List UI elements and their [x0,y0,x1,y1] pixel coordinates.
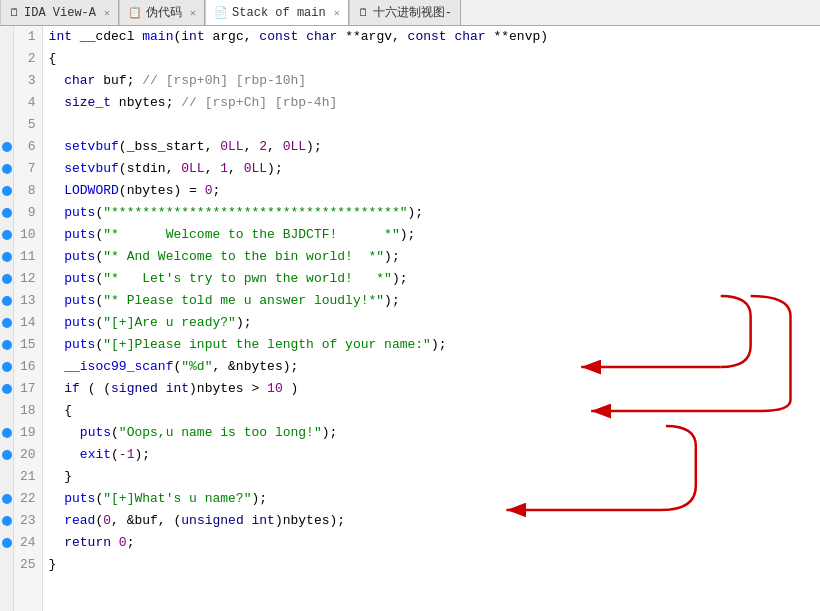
tab-icon-pseudo: 📋 [128,6,142,19]
bp-6 [0,136,13,158]
dot-23 [2,516,12,526]
code-line-5 [49,114,820,136]
bp-8 [0,180,13,202]
tab-label-ida: IDA View-A [24,6,96,20]
dot-20 [2,450,12,460]
bp-16 [0,356,13,378]
tab-ida-view-a[interactable]: 🗒 IDA View-A ✕ [0,0,119,25]
dot-12 [2,274,12,284]
dot-7 [2,164,12,174]
bp-9 [0,202,13,224]
ln-24: 24 [20,532,36,554]
ln-23: 23 [20,510,36,532]
code-line-24: return 0; [49,532,820,554]
dot-15 [2,340,12,350]
tab-label-pseudo: 伪代码 [146,4,182,21]
code-line-13: puts("* Please told me u answer loudly!*… [49,290,820,312]
ln-6: 6 [20,136,36,158]
bp-11 [0,246,13,268]
bp-14 [0,312,13,334]
code-line-1: int __cdecl main(int argc, const char **… [49,26,820,48]
code-line-22: puts("[+]What's u name?"); [49,488,820,510]
dot-24 [2,538,12,548]
ln-1: 1 [20,26,36,48]
code-line-19: puts("Oops,u name is too long!"); [49,422,820,444]
code-area: 1 2 3 4 5 6 7 8 9 10 11 12 13 14 15 16 1… [0,26,820,611]
bp-24 [0,532,13,554]
bp-17 [0,378,13,400]
code-line-6: setvbuf(_bss_start, 0LL, 2, 0LL); [49,136,820,158]
code-line-21: } [49,466,820,488]
bp-25 [0,554,13,576]
ln-14: 14 [20,312,36,334]
ln-9: 9 [20,202,36,224]
code-line-4: size_t nbytes; // [rsp+Ch] [rbp-4h] [49,92,820,114]
code-line-20: exit(-1); [49,444,820,466]
dot-17 [2,384,12,394]
code-line-7: setvbuf(stdin, 0LL, 1, 0LL); [49,158,820,180]
dot-6 [2,142,12,152]
ln-15: 15 [20,334,36,356]
code-line-8: LODWORD(nbytes) = 0; [49,180,820,202]
tab-hex-view[interactable]: 🗒 十六进制视图- [349,0,461,25]
code-line-25: } [49,554,820,576]
ln-19: 19 [20,422,36,444]
ln-22: 22 [20,488,36,510]
bp-23 [0,510,13,532]
code-line-11: puts("* And Welcome to the bin world! *"… [49,246,820,268]
ln-2: 2 [20,48,36,70]
bp-10 [0,224,13,246]
ln-11: 11 [20,246,36,268]
ln-21: 21 [20,466,36,488]
tab-icon-stack: 📄 [214,6,228,19]
code-content: int __cdecl main(int argc, const char **… [43,26,820,611]
dot-19 [2,428,12,438]
code-line-17: if ( (signed int)nbytes > 10 ) [49,378,820,400]
tab-label-hex: 十六进制视图- [373,4,452,21]
ln-7: 7 [20,158,36,180]
bp-19 [0,422,13,444]
dot-11 [2,252,12,262]
code-line-12: puts("* Let's try to pwn the world! *"); [49,268,820,290]
ln-17: 17 [20,378,36,400]
ln-4: 4 [20,92,36,114]
bp-18 [0,400,13,422]
line-numbers: 1 2 3 4 5 6 7 8 9 10 11 12 13 14 15 16 1… [14,26,43,611]
bp-20 [0,444,13,466]
dot-16 [2,362,12,372]
code-line-10: puts("* Welcome to the BJDCTF! *"); [49,224,820,246]
tab-stack-of-main[interactable]: 📄 Stack of main ✕ [205,0,349,26]
ln-8: 8 [20,180,36,202]
dot-8 [2,186,12,196]
ln-3: 3 [20,70,36,92]
bp-13 [0,290,13,312]
ln-12: 12 [20,268,36,290]
code-line-2: { [49,48,820,70]
dot-13 [2,296,12,306]
bp-3 [0,70,13,92]
bp-21 [0,466,13,488]
dot-14 [2,318,12,328]
bp-1 [0,26,13,48]
ln-20: 20 [20,444,36,466]
tab-icon-hex: 🗒 [358,6,369,19]
breakpoints-column [0,26,14,611]
ln-10: 10 [20,224,36,246]
ln-16: 16 [20,356,36,378]
bp-22 [0,488,13,510]
bp-4 [0,92,13,114]
tab-close-pseudo[interactable]: ✕ [190,7,196,19]
code-line-3: char buf; // [rsp+0h] [rbp-10h] [49,70,820,92]
ln-25: 25 [20,554,36,576]
tab-close-ida[interactable]: ✕ [104,7,110,19]
dot-22 [2,494,12,504]
tab-pseudo-code[interactable]: 📋 伪代码 ✕ [119,0,205,25]
tab-close-stack[interactable]: ✕ [334,7,340,19]
code-line-15: puts("[+]Please input the length of your… [49,334,820,356]
tab-label-stack: Stack of main [232,6,326,20]
code-line-9: puts("**********************************… [49,202,820,224]
code-line-23: read(0, &buf, (unsigned int)nbytes); [49,510,820,532]
code-line-16: __isoc99_scanf("%d", &nbytes); [49,356,820,378]
code-line-18: { [49,400,820,422]
bp-15 [0,334,13,356]
